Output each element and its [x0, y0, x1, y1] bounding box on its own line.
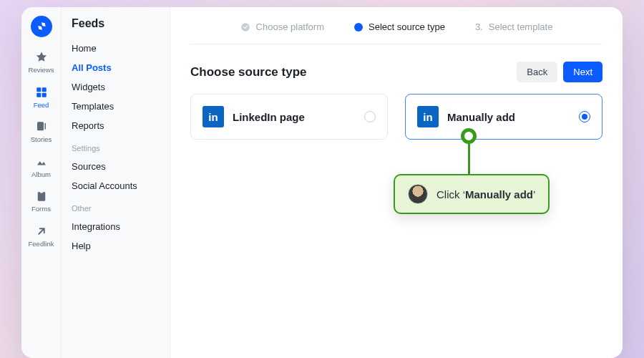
image-icon: [35, 155, 48, 169]
section-header: Choose source type Back Next: [190, 62, 602, 82]
card-title: LinkedIn page: [233, 111, 356, 123]
radio-indicator: [579, 111, 590, 122]
callout-marker-icon: [461, 128, 477, 144]
linkedin-icon: in: [203, 106, 224, 127]
step-label: Select source type: [369, 21, 445, 32]
rail-item-reviews[interactable]: Reviews: [24, 46, 59, 77]
svg-rect-6: [37, 192, 45, 201]
instruction-callout: Click ‘Manually add’: [394, 174, 550, 214]
rail-item-forms[interactable]: Forms: [24, 185, 59, 216]
linkedin-icon: in: [417, 106, 439, 127]
sidebar-item-help[interactable]: Help: [72, 236, 160, 256]
back-button[interactable]: Back: [517, 62, 557, 82]
callout-bold: Manually add: [465, 188, 533, 200]
sidebar-item-sources[interactable]: Sources: [72, 157, 160, 176]
stepper: Choose platform Select source type 3. Se…: [190, 7, 602, 44]
grid-icon: [35, 85, 48, 100]
main-content: Choose platform Select source type 3. Se…: [170, 7, 623, 358]
sidebar-item-social-accounts[interactable]: Social Accounts: [72, 176, 160, 195]
stories-icon: [35, 120, 48, 134]
callout-prefix: Click: [436, 188, 463, 200]
star-icon: [35, 50, 48, 64]
logo-icon: [36, 21, 47, 32]
radio-indicator: [364, 111, 376, 122]
sidebar-group-label: Settings: [72, 144, 160, 153]
step-select-source-type[interactable]: Select source type: [354, 21, 445, 32]
sidebar-item-home[interactable]: Home: [72, 39, 160, 58]
source-card-manually-add[interactable]: in Manually add: [405, 94, 602, 140]
sidebar-title: Feeds: [72, 17, 160, 30]
svg-rect-7: [39, 191, 43, 193]
svg-rect-4: [37, 122, 44, 130]
step-choose-platform[interactable]: Choose platform: [240, 21, 324, 32]
section-heading: Choose source type: [190, 65, 307, 79]
rail-item-feed[interactable]: Feed: [24, 81, 59, 112]
step-label: Select template: [489, 21, 553, 32]
source-card-linkedin-page[interactable]: in LinkedIn page: [190, 94, 388, 140]
sidebar-group-label: Other: [72, 204, 160, 213]
sidebar-item-integrations[interactable]: Integrations: [72, 217, 160, 236]
rail-label: Stories: [31, 136, 52, 143]
rail-item-feedlink[interactable]: Feedlink: [24, 220, 59, 251]
sidebar-item-widgets[interactable]: Widgets: [72, 77, 160, 97]
rail-item-album[interactable]: Album: [24, 150, 59, 181]
avatar: [408, 184, 428, 204]
clipboard-icon: [35, 189, 48, 203]
svg-rect-2: [36, 92, 41, 97]
rail-label: Forms: [31, 205, 51, 213]
check-circle-icon: [240, 22, 250, 32]
sidebar-group-settings: Settings Sources Social Accounts: [72, 144, 160, 195]
sidebar-item-all-posts[interactable]: All Posts: [72, 58, 160, 77]
svg-rect-5: [44, 123, 46, 130]
rail-item-stories[interactable]: Stories: [24, 115, 59, 146]
sidebar-group-other: Other Integrations Help: [72, 204, 160, 256]
source-cards: in LinkedIn page in Manually add: [190, 94, 602, 140]
step-label: Choose platform: [256, 21, 324, 32]
rail-label: Album: [31, 171, 51, 178]
sidebar-item-reports[interactable]: Reports: [72, 116, 160, 135]
svg-rect-0: [36, 87, 41, 92]
sidebar: Feeds Home All Posts Widgets Templates R…: [62, 7, 170, 358]
icon-rail: Reviews Feed Stories Album Forms Feedlin…: [21, 7, 62, 358]
callout-quote: ’: [533, 188, 535, 200]
rail-label: Feedlink: [29, 241, 54, 248]
sidebar-item-templates[interactable]: Templates: [72, 97, 160, 116]
step-number: 3.: [475, 21, 483, 32]
card-title: Manually add: [447, 111, 570, 123]
svg-rect-3: [42, 92, 46, 97]
callout-text: Click ‘Manually add’: [436, 188, 535, 200]
rail-label: Reviews: [29, 67, 54, 74]
source-cards-wrap: in LinkedIn page in Manually add Click ‘…: [190, 94, 602, 140]
sidebar-group-primary: Home All Posts Widgets Templates Reports: [72, 39, 160, 135]
svg-rect-1: [42, 87, 46, 92]
step-select-template[interactable]: 3. Select template: [475, 21, 552, 32]
app-logo[interactable]: [31, 16, 52, 37]
dot-icon: [354, 23, 363, 32]
app-window: Reviews Feed Stories Album Forms Feedlin…: [21, 7, 623, 358]
next-button[interactable]: Next: [563, 62, 602, 82]
arrow-icon: [35, 224, 48, 238]
rail-label: Feed: [34, 102, 49, 109]
header-actions: Back Next: [517, 62, 602, 82]
